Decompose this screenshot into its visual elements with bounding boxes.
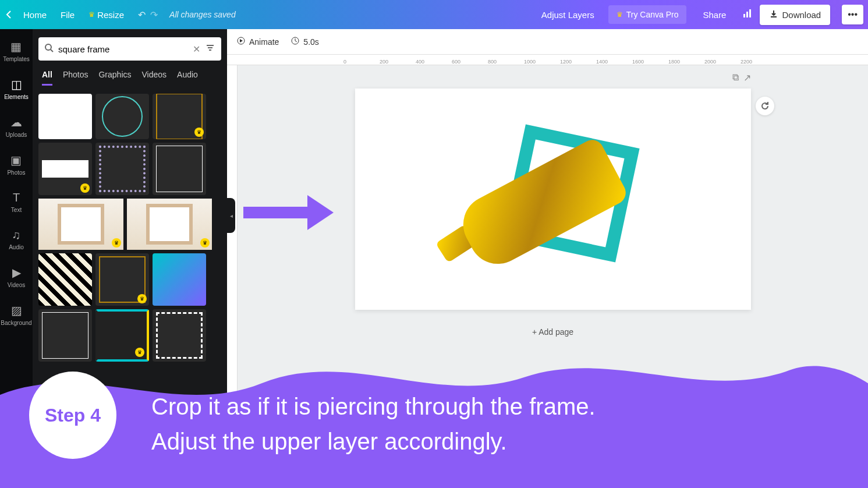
rail-text[interactable]: T Text	[11, 191, 22, 213]
filter-icon[interactable]	[205, 43, 215, 55]
rail-photos[interactable]: ▣ Photos	[7, 153, 25, 176]
audio-icon: ♫	[12, 228, 20, 242]
download-icon	[769, 9, 778, 20]
download-button[interactable]: Download	[760, 5, 830, 25]
file-button[interactable]: File	[54, 5, 82, 24]
crown-icon: ♛	[194, 128, 204, 137]
thumb-photo-frame-2[interactable]: ♛	[127, 199, 212, 250]
crown-icon: ♛	[112, 238, 121, 247]
svg-rect-1	[746, 12, 748, 17]
photos-icon: ▣	[10, 153, 22, 167]
top-bar: Home File ♛ Resize ↶ ↷ All changes saved…	[0, 0, 868, 29]
clock-icon	[290, 36, 300, 47]
refresh-button[interactable]	[756, 97, 774, 115]
crown-icon: ♛	[80, 183, 90, 193]
back-icon[interactable]	[5, 10, 14, 19]
tab-all[interactable]: All	[42, 70, 52, 86]
add-page-button[interactable]: + Add page	[532, 327, 573, 337]
duration-button[interactable]: 5.0s	[290, 36, 318, 47]
step-badge: Step 4	[29, 372, 116, 459]
share-button[interactable]: Share	[693, 5, 735, 24]
home-button[interactable]: Home	[16, 5, 54, 24]
redo-icon[interactable]: ↷	[150, 9, 158, 20]
templates-icon: ▦	[10, 40, 22, 54]
saved-status: All changes saved	[169, 10, 236, 19]
rail-audio[interactable]: ♫ Audio	[9, 228, 24, 250]
videos-icon: ▶	[12, 266, 21, 280]
search-box[interactable]: ✕	[38, 37, 221, 61]
rail-videos[interactable]: ▶ Videos	[8, 266, 25, 288]
undo-icon[interactable]: ↶	[138, 9, 146, 20]
search-icon	[44, 43, 54, 55]
thumb-brush[interactable]: ♛	[38, 143, 92, 195]
filter-tabs: All Photos Graphics Videos Audio	[38, 70, 221, 86]
svg-rect-0	[743, 14, 745, 17]
canvas-page[interactable]: ⧉ ↗	[355, 89, 751, 310]
uploads-icon: ☁	[10, 115, 22, 129]
rail-background[interactable]: ▨ Background	[1, 303, 31, 326]
panel-collapse-handle[interactable]: ◂	[227, 198, 235, 233]
svg-point-3	[45, 44, 51, 50]
clear-icon[interactable]: ✕	[193, 44, 200, 55]
design-content[interactable]	[460, 112, 646, 287]
tutorial-overlay: Step 4 Crop it as if it is piercing thro…	[0, 348, 868, 488]
context-bar: Animate 5.0s	[227, 29, 868, 55]
adjust-layers-button[interactable]: Adjust Layers	[534, 5, 601, 24]
tab-graphics[interactable]: Graphics	[98, 70, 131, 86]
crown-icon: ♛	[617, 10, 623, 19]
results-grid: ♛ ♛ ♛ ♛ ♛ ♛	[38, 94, 221, 362]
tutorial-arrow	[238, 186, 336, 241]
try-pro-button[interactable]: ♛ Try Canva Pro	[608, 5, 687, 24]
thumb-white-square[interactable]	[38, 94, 92, 139]
thumb-gold-corner[interactable]: ♛	[95, 253, 149, 306]
animate-icon	[236, 36, 246, 47]
animate-button[interactable]: Animate	[236, 36, 279, 47]
tab-photos[interactable]: Photos	[63, 70, 88, 86]
search-input[interactable]	[58, 44, 188, 54]
tab-audio[interactable]: Audio	[177, 70, 198, 86]
tab-videos[interactable]: Videos	[142, 70, 167, 86]
thumb-circle[interactable]	[95, 94, 149, 139]
thumb-stripes[interactable]	[38, 253, 92, 306]
text-icon: T	[13, 191, 20, 204]
thumb-floral[interactable]	[95, 143, 149, 195]
chart-icon[interactable]	[742, 8, 753, 21]
thumb-gradient[interactable]	[153, 253, 206, 306]
ruler-horizontal: 0 200 400 600 800 1000 1200 1400 1600 18…	[227, 55, 868, 65]
duplicate-page-icon[interactable]: ⧉	[732, 72, 739, 83]
crown-icon: ♛	[200, 238, 210, 247]
thumb-white-line[interactable]	[153, 143, 206, 195]
crown-icon: ♛	[137, 294, 147, 303]
background-icon: ▨	[11, 303, 22, 317]
elements-icon: ◫	[11, 77, 22, 91]
rail-elements[interactable]: ◫ Elements	[4, 77, 29, 100]
resize-button[interactable]: ♛ Resize	[82, 5, 131, 24]
thumb-photo-frame-1[interactable]: ♛	[38, 199, 123, 250]
share-page-icon[interactable]: ↗	[743, 72, 751, 83]
rail-uploads[interactable]: ☁ Uploads	[6, 115, 27, 138]
rail-templates[interactable]: ▦ Templates	[3, 40, 30, 62]
more-button[interactable]: •••	[842, 5, 863, 24]
svg-rect-2	[749, 9, 751, 17]
tutorial-text: Crop it as if it is piercing through the…	[151, 389, 596, 459]
crown-icon: ♛	[88, 10, 95, 19]
thumb-gold-border[interactable]: ♛	[153, 94, 206, 139]
